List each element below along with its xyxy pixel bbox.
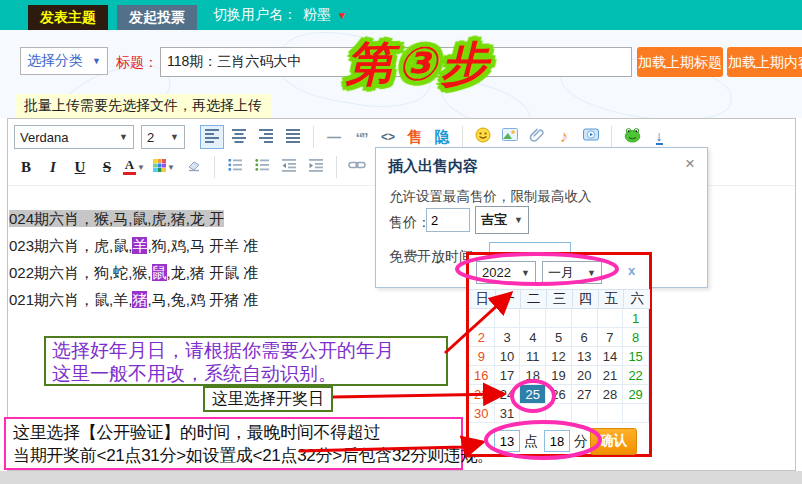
align-center-icon: [231, 127, 247, 147]
highlighted-zodiac: 羊: [132, 237, 147, 254]
strikethrough-button[interactable]: S: [95, 155, 119, 179]
switch-user-control[interactable]: 切换用户名： 粉墨 ▼: [213, 0, 347, 30]
category-select[interactable]: 选择分类 ▼: [20, 47, 108, 75]
calendar-day[interactable]: 5: [546, 328, 572, 347]
year-select[interactable]: 2022 ▼: [476, 261, 536, 284]
calendar-day[interactable]: 20: [572, 366, 598, 385]
font-size-select[interactable]: 2 ▼: [141, 125, 185, 149]
calendar-day[interactable]: 16: [469, 366, 495, 385]
align-center-button[interactable]: [227, 125, 251, 149]
indent-button[interactable]: [304, 155, 328, 179]
horizontal-rule-button[interactable]: —: [322, 125, 346, 149]
popup-close-icon[interactable]: ×: [685, 154, 695, 174]
calendar-day[interactable]: 19: [546, 366, 572, 385]
calendar-day[interactable]: 6: [572, 328, 598, 347]
insert-link-button[interactable]: [345, 155, 369, 179]
ordered-list-button[interactable]: [223, 155, 247, 179]
batch-upload-tip: 批量上传需要先选择文件，再选择上传: [15, 94, 271, 118]
calendar-day[interactable]: 24: [495, 385, 521, 404]
secret-message-button[interactable]: [620, 125, 644, 149]
code-button[interactable]: <>: [376, 125, 400, 149]
step-3-badge: 第③步: [346, 33, 492, 96]
weekday-label: 六: [624, 290, 650, 309]
italic-button[interactable]: I: [41, 155, 65, 179]
insert-image-button[interactable]: [498, 125, 522, 149]
emoticon-button[interactable]: [471, 125, 495, 149]
editor-line: 022期六肖，狗,蛇,猴,鼠,龙,猪 开鼠 准: [9, 259, 258, 286]
align-justify-button[interactable]: [281, 125, 305, 149]
calendar-day[interactable]: 10: [495, 347, 521, 366]
confirm-button[interactable]: 确认: [590, 428, 637, 455]
hour-input[interactable]: [494, 430, 520, 452]
annotation-time-rule: 这里选择【公开验证】的时间，最晚时间不得超过 当期开奖前<21点31分>如设置成…: [4, 417, 463, 470]
page: { "ui": {"caret": "▼", "popup_close": "×…: [0, 0, 802, 484]
calendar-day-selected[interactable]: 25: [520, 385, 546, 404]
month-select[interactable]: 一月 ▼: [542, 261, 602, 284]
calendar-day[interactable]: 29: [623, 385, 649, 404]
font-family-value: Verdana: [20, 130, 68, 145]
calendar-day[interactable]: 18: [520, 366, 546, 385]
calendar-day[interactable]: 27: [572, 385, 598, 404]
frog-icon: [624, 127, 641, 147]
calendar-day[interactable]: 22: [623, 366, 649, 385]
calendar-day[interactable]: 14: [598, 347, 624, 366]
align-left-button[interactable]: [200, 125, 224, 149]
calendar-day: [598, 404, 624, 423]
calendar-day[interactable]: 30: [469, 404, 495, 423]
toolbar-separator: [462, 126, 463, 148]
outdent-button[interactable]: [277, 155, 301, 179]
calendar-day[interactable]: 12: [546, 347, 572, 366]
calendar-day[interactable]: 21: [598, 366, 624, 385]
remove-format-button[interactable]: [182, 155, 206, 179]
sell-content-button[interactable]: 售: [403, 125, 427, 149]
tab-post-topic[interactable]: 发表主题: [28, 5, 108, 30]
calendar-day[interactable]: 9: [469, 347, 495, 366]
calendar-day[interactable]: 31: [495, 404, 521, 423]
calendar-day[interactable]: 7: [598, 328, 624, 347]
calendar-day[interactable]: 1: [623, 309, 649, 328]
bold-button[interactable]: B: [14, 155, 38, 179]
unordered-list-button[interactable]: [250, 155, 274, 179]
horizontal-rule-icon: —: [327, 129, 341, 145]
load-previous-title-button[interactable]: 加载上期标题: [637, 47, 723, 77]
highlight-color-caret-icon: ▼: [167, 163, 175, 172]
underline-icon: U: [75, 159, 86, 176]
weekday-label: 四: [573, 290, 599, 309]
page-bottom-strip: [0, 471, 802, 484]
calendar-day[interactable]: 15: [623, 347, 649, 366]
user-dropdown-caret-icon[interactable]: ▼: [337, 10, 347, 21]
attachment-button[interactable]: [525, 125, 549, 149]
insert-music-button[interactable]: ♪: [552, 125, 576, 149]
calendar-day[interactable]: 28: [598, 385, 624, 404]
highlight-color-button[interactable]: ▼: [149, 155, 179, 179]
calendar-day[interactable]: 17: [495, 366, 521, 385]
font-color-button[interactable]: A ▼: [122, 155, 146, 179]
import-download-button[interactable]: ↓: [647, 125, 671, 149]
insert-video-button[interactable]: [579, 125, 603, 149]
font-family-select[interactable]: Verdana ▼: [14, 125, 134, 149]
date-picker-calendar: 2022 ▼ 一月 ▼ x 日 一 二 三 四 五 六 123456789101…: [466, 252, 652, 457]
calendar-day[interactable]: 8: [623, 328, 649, 347]
calendar-day[interactable]: 4: [520, 328, 546, 347]
currency-select[interactable]: 吉宝 ▼: [475, 206, 529, 234]
minute-input[interactable]: [544, 430, 570, 452]
weekday-label: 三: [547, 290, 573, 309]
editor-content[interactable]: 024期六肖，猴,马,鼠,虎,猪,龙 开023期六肖，虎,鼠,羊,狗,鸡,马 开…: [9, 205, 258, 313]
calendar-close-icon[interactable]: x: [628, 263, 635, 278]
calendar-day[interactable]: 26: [546, 385, 572, 404]
load-previous-content-button[interactable]: 加载上期内容: [727, 47, 802, 77]
hidden-content-button[interactable]: 隐: [430, 125, 454, 149]
align-right-button[interactable]: [254, 125, 278, 149]
blockquote-button[interactable]: “”: [349, 125, 373, 149]
calendar-day[interactable]: 11: [520, 347, 546, 366]
font-size-caret-icon: ▼: [170, 132, 179, 142]
calendar-day[interactable]: 3: [495, 328, 521, 347]
tab-start-vote[interactable]: 发起投票: [117, 5, 197, 30]
calendar-day[interactable]: 23: [469, 385, 495, 404]
currency-value: 吉宝: [481, 211, 507, 229]
price-input[interactable]: [426, 208, 470, 232]
calendar-day[interactable]: 2: [469, 328, 495, 347]
underline-button[interactable]: U: [68, 155, 92, 179]
weekday-label: 一: [496, 290, 522, 309]
calendar-day[interactable]: 13: [572, 347, 598, 366]
